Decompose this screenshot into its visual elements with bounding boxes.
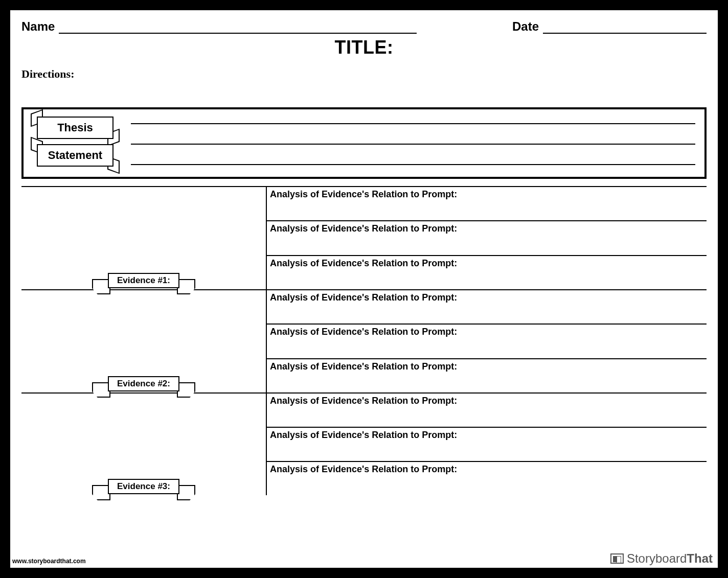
evidence-left-cell[interactable]: Evidence #2: (21, 290, 267, 392)
evidence-row: Evidence #3: Analysis of Evidence's Rela… (21, 394, 707, 495)
evidence-right: Analysis of Evidence's Relation to Promp… (267, 187, 707, 289)
thesis-lines[interactable] (131, 118, 695, 165)
evidence-label: Evidence #3: (108, 479, 179, 494)
worksheet-page: Name Date TITLE: Directions: Thesis Stat… (10, 10, 718, 568)
header-row: Name Date (21, 19, 707, 34)
evidence-row: Evidence #2: Analysis of Evidence's Rela… (21, 290, 707, 394)
evidence-label: Evidence #1: (108, 273, 179, 288)
directions-label: Directions: (21, 67, 707, 81)
analysis-cell[interactable]: Analysis of Evidence's Relation to Promp… (267, 462, 707, 495)
evidence-plaque: Evidence #3: (95, 476, 192, 497)
analysis-cell[interactable]: Analysis of Evidence's Relation to Promp… (267, 325, 707, 359)
analysis-cell[interactable]: Analysis of Evidence's Relation to Promp… (267, 428, 707, 462)
analysis-cell[interactable]: Analysis of Evidence's Relation to Promp… (267, 290, 707, 325)
evidence-right: Analysis of Evidence's Relation to Promp… (267, 290, 707, 392)
analysis-cell[interactable]: Analysis of Evidence's Relation to Promp… (267, 359, 707, 392)
thesis-banner: Thesis Statement (33, 117, 120, 167)
brand-part-1: Storyboard (627, 551, 687, 565)
analysis-cell[interactable]: Analysis of Evidence's Relation to Promp… (267, 187, 707, 221)
date-blank-line[interactable] (543, 20, 707, 34)
analysis-cell[interactable]: Analysis of Evidence's Relation to Promp… (267, 256, 707, 289)
date-field[interactable]: Date (512, 19, 707, 34)
brand-part-2: That (687, 551, 713, 565)
footer-brand: StoryboardThat (610, 551, 713, 566)
name-field[interactable]: Name (21, 19, 417, 34)
evidence-row: Evidence #1: Analysis of Evidence's Rela… (21, 187, 707, 290)
thesis-banner-text-2: Statement (37, 144, 113, 167)
evidence-left-cell[interactable]: Evidence #3: (21, 394, 267, 495)
evidence-grid: Evidence #1: Analysis of Evidence's Rela… (21, 186, 707, 495)
page-title: TITLE: (21, 37, 707, 58)
evidence-left-cell[interactable]: Evidence #1: (21, 187, 267, 289)
thesis-line[interactable] (131, 159, 695, 165)
name-blank-line[interactable] (59, 20, 417, 34)
thesis-banner-bottom: Statement (37, 144, 113, 167)
analysis-cell[interactable]: Analysis of Evidence's Relation to Promp… (267, 394, 707, 428)
name-label: Name (21, 19, 55, 34)
evidence-right: Analysis of Evidence's Relation to Promp… (267, 394, 707, 495)
thesis-line[interactable] (131, 138, 695, 145)
evidence-plaque: Evidence #2: (95, 373, 192, 395)
footer-url: www.storyboardthat.com (12, 558, 86, 565)
analysis-cell[interactable]: Analysis of Evidence's Relation to Promp… (267, 221, 707, 256)
thesis-box: Thesis Statement (21, 107, 707, 179)
evidence-label: Evidence #2: (108, 376, 179, 391)
thesis-banner-text-1: Thesis (37, 117, 113, 139)
storyboard-logo-icon (610, 553, 624, 564)
thesis-line[interactable] (131, 118, 695, 124)
thesis-banner-top: Thesis (37, 117, 113, 139)
evidence-plaque: Evidence #1: (95, 270, 192, 291)
date-label: Date (512, 19, 539, 34)
